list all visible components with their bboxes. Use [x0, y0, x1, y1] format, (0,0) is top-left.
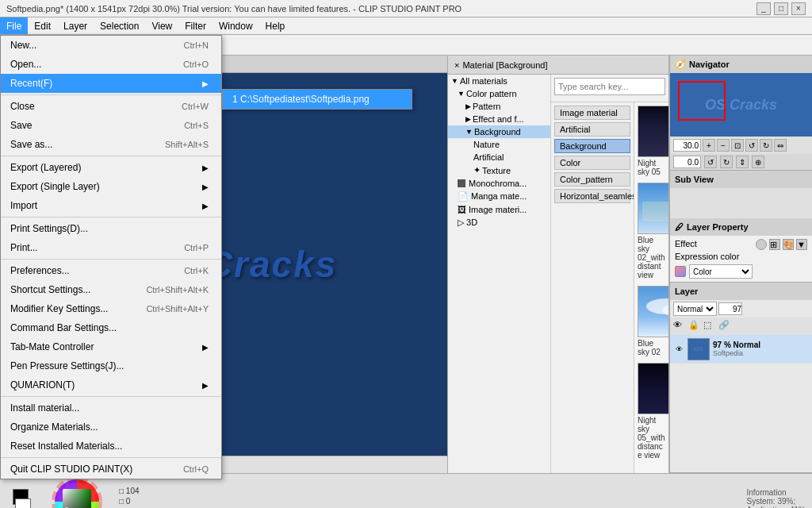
app-title: Softpedia.png* (1400 x 1541px 72dpi 30.0…: [6, 4, 462, 13]
bg-color-swatch[interactable]: [15, 498, 31, 509]
material-thumbs: Night sky 05 Blue sky 02_with distant vi…: [634, 102, 668, 473]
menu-print-label: Print...: [10, 242, 38, 253]
thumb-label-night-sky-05: Night sky 05: [638, 159, 665, 176]
tag-horizontal[interactable]: Horizontal_seamles: [554, 189, 630, 203]
layer-toolbar: 👁 🔒 ⬚ 🔗: [670, 318, 812, 335]
effect-btn-color[interactable]: 🎨: [783, 239, 794, 250]
thumb-night-sky-05[interactable]: Night sky 05: [638, 106, 665, 176]
menu-pen-pressure[interactable]: Pen Pressure Settings(J)...: [1, 356, 221, 375]
menu-close[interactable]: Close Ctrl+W: [1, 97, 221, 116]
effect-btn-v[interactable]: ▼: [796, 239, 807, 250]
color-wheel-svg[interactable]: [45, 478, 109, 509]
navigator-flip[interactable]: ⇔: [774, 139, 787, 152]
tree-effect[interactable]: ▶ Effect and f...: [448, 113, 550, 125]
menu-tabmate[interactable]: Tab-Mate Controller ▶: [1, 337, 221, 356]
navigator-rotate-right[interactable]: ↻: [760, 139, 772, 152]
color-select[interactable]: Color: [689, 264, 753, 279]
menu-shortcut-settings[interactable]: Shortcut Settings... Ctrl+Shift+Alt+K: [1, 280, 221, 299]
menu-command-bar[interactable]: Command Bar Settings...: [1, 318, 221, 337]
menu-window[interactable]: Window: [213, 17, 259, 34]
title-bar: Softpedia.png* (1400 x 1541px 72dpi 30.0…: [0, 0, 812, 17]
tag-color[interactable]: Color: [554, 156, 630, 170]
menu-reset-materials[interactable]: Reset Installed Materials...: [1, 437, 221, 456]
menu-modifier-key[interactable]: Modifier Key Settings... Ctrl+Shift+Alt+…: [1, 299, 221, 318]
tree-background[interactable]: ▼ Background: [448, 125, 550, 138]
menu-help[interactable]: Help: [259, 17, 292, 34]
menu-file[interactable]: File: [0, 17, 28, 34]
tree-pattern[interactable]: ▶ Pattern: [448, 100, 550, 113]
menu-save[interactable]: Save Ctrl+S: [1, 116, 221, 135]
menu-export-layered[interactable]: Export (Layered) ▶: [1, 158, 221, 177]
tree-3d[interactable]: ▷ 3D: [448, 216, 550, 229]
effect-btn-grid[interactable]: ⊞: [769, 239, 780, 250]
menu-quit[interactable]: Quit CLIP STUDIO PAINT(X) Ctrl+Q: [1, 460, 221, 479]
menu-print-shortcut: Ctrl+P: [184, 243, 209, 252]
menu-recent[interactable]: Recent(F) ▶: [1, 74, 221, 93]
navigator-zoom-out[interactable]: −: [717, 139, 730, 152]
thumb-img-night-sky-05-distance: [638, 363, 668, 414]
menu-selection[interactable]: Selection: [94, 17, 145, 34]
navigator-rotate-left[interactable]: ↺: [745, 139, 758, 152]
menu-new[interactable]: New... Ctrl+N: [1, 36, 221, 55]
layer-btn-4[interactable]: 🔗: [718, 320, 731, 333]
menu-export-single[interactable]: Export (Single Layer) ▶: [1, 177, 221, 196]
effect-btn-circle[interactable]: [756, 239, 767, 250]
menu-layer[interactable]: Layer: [57, 17, 94, 34]
tag-image-material[interactable]: Image material: [554, 106, 630, 120]
menu-print[interactable]: Print... Ctrl+P: [1, 238, 221, 257]
navigator-angle-input[interactable]: [673, 156, 701, 168]
tag-color-pattern[interactable]: Color_pattern: [554, 172, 630, 187]
menu-organize-materials[interactable]: Organize Materials...: [1, 418, 221, 437]
tree-texture[interactable]: ✦ Texture: [448, 164, 550, 177]
menu-filter[interactable]: Filter: [178, 17, 213, 34]
nav-btn-2[interactable]: ↻: [720, 156, 733, 168]
tag-background[interactable]: Background: [554, 139, 630, 153]
thumb-blue-sky-02[interactable]: Blue sky 02: [638, 286, 665, 356]
nav-btn-1[interactable]: ↺: [704, 156, 717, 168]
menu-preferences[interactable]: Preferences... Ctrl+K: [1, 261, 221, 280]
layer-btn-3[interactable]: ⬚: [703, 320, 716, 333]
menu-install-material[interactable]: Install material...: [1, 398, 221, 418]
layer-row-softpedia[interactable]: 👁 OS 97 % Normal Softpedia: [670, 335, 812, 364]
tree-monochrome[interactable]: Monochroma...: [448, 177, 550, 190]
menu-saveas[interactable]: Save as... Shift+Alt+S: [1, 135, 221, 154]
tree-image-material[interactable]: 🖼 Image materi...: [448, 203, 550, 216]
tree-manga[interactable]: 📄 Manga mate...: [448, 190, 550, 203]
close-button[interactable]: ×: [791, 2, 806, 15]
layer-visibility-icon[interactable]: 👁: [673, 344, 684, 355]
menu-import[interactable]: Import ▶: [1, 196, 221, 215]
nav-btn-3[interactable]: ⊕: [752, 156, 764, 168]
thumb-blue-sky-02-distant[interactable]: Blue sky 02_with distant view: [638, 183, 665, 279]
layer-btn-2[interactable]: 🔒: [688, 320, 701, 333]
blend-mode-select[interactable]: Normal: [673, 302, 717, 316]
tree-nature[interactable]: Nature: [448, 138, 550, 151]
menu-print-settings[interactable]: Print Settings(D)...: [1, 219, 221, 238]
expression-color-label: Expression color: [675, 252, 739, 261]
material-search-input[interactable]: [554, 78, 665, 95]
navigator-zoom-in[interactable]: +: [703, 139, 715, 152]
minimize-button[interactable]: _: [756, 2, 771, 15]
tree-artificial[interactable]: Artificial: [448, 151, 550, 164]
menu-edit[interactable]: Edit: [28, 17, 57, 34]
menu-open[interactable]: Open... Ctrl+O: [1, 55, 221, 74]
navigator-controls: + − ⊡ ↺ ↻ ⇔: [670, 137, 812, 154]
opacity-input[interactable]: [718, 302, 742, 315]
thumb-img-night-sky-05: [638, 106, 668, 157]
tag-artificial[interactable]: Artificial: [554, 122, 630, 137]
information-label: Information: [747, 488, 806, 497]
navigator-fit[interactable]: ⊡: [731, 139, 744, 152]
maximize-button[interactable]: □: [774, 2, 788, 15]
tree-color-pattern[interactable]: ▼ Color pattern: [448, 87, 550, 100]
recent-item-1[interactable]: 1 C:\Softpediatest\Softpedia.png: [223, 90, 412, 109]
system-status: System: 39%;: [747, 497, 806, 506]
navigator-zoom-input[interactable]: [673, 139, 701, 152]
layer-label: Layer: [675, 287, 698, 296]
tree-all-materials[interactable]: ▼ All materials: [448, 75, 550, 87]
menu-qumarion[interactable]: QUMARION(T) ▶: [1, 375, 221, 394]
nav-btn-flip-v[interactable]: ⇕: [736, 156, 749, 168]
material-close-icon[interactable]: ×: [454, 60, 459, 70]
thumb-night-sky-05-distance[interactable]: Night sky 05_with distance view: [638, 363, 665, 460]
menu-view[interactable]: View: [145, 17, 178, 34]
layer-btn-1[interactable]: 👁: [673, 320, 686, 333]
menu-pen-pressure-label: Pen Pressure Settings(J)...: [10, 360, 124, 371]
